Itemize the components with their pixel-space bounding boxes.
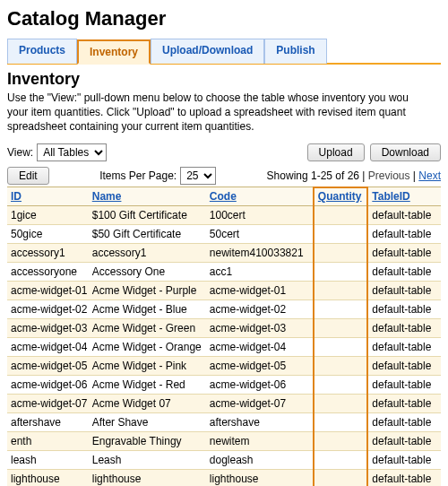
cell-name: Acme Widget - Pink xyxy=(89,356,206,375)
cell-code: acme-widget-02 xyxy=(206,299,314,318)
col-header-name[interactable]: Name xyxy=(92,190,122,203)
inventory-table: ID Name Code Quantity TableID 1gice$100 … xyxy=(7,187,441,486)
cell-code: acme-widget-04 xyxy=(206,337,314,356)
items-per-page-label: Items Per Page: xyxy=(99,169,177,182)
col-header-id[interactable]: ID xyxy=(11,190,22,203)
cell-tid: default-table xyxy=(368,337,441,356)
cell-qty xyxy=(314,450,369,469)
tab-upload-download[interactable]: Upload/Download xyxy=(151,39,264,64)
cell-qty xyxy=(314,356,369,375)
table-row[interactable]: acme-widget-05Acme Widget - Pinkacme-wid… xyxy=(7,356,441,375)
cell-id: acme-widget-02 xyxy=(7,299,89,318)
cell-qty xyxy=(314,299,369,318)
view-select[interactable]: All Tables xyxy=(37,143,107,161)
table-row[interactable]: acme-widget-02Acme Widget - Blueacme-wid… xyxy=(7,299,441,318)
cell-tid: default-table xyxy=(368,375,441,394)
previous-link: Previous xyxy=(368,169,410,182)
cell-id: acme-widget-01 xyxy=(7,281,89,299)
cell-tid: default-table xyxy=(368,469,441,486)
cell-id: leash xyxy=(7,450,89,469)
cell-id: acme-widget-05 xyxy=(7,356,89,375)
showing-text: Showing 1-25 of 26 | xyxy=(267,169,368,182)
cell-name: Acme Widget 07 xyxy=(89,394,206,412)
cell-qty xyxy=(314,281,369,299)
cell-name: Acme Widget - Blue xyxy=(89,299,206,318)
col-header-code[interactable]: Code xyxy=(210,190,237,203)
cell-code: newitem xyxy=(206,431,314,450)
cell-tid: default-table xyxy=(368,412,441,431)
cell-tid: default-table xyxy=(368,394,441,412)
cell-qty xyxy=(314,394,369,412)
table-row[interactable]: acme-widget-03Acme Widget - Greenacme-wi… xyxy=(7,318,441,337)
upload-button[interactable]: Upload xyxy=(307,143,365,161)
table-row[interactable]: 50gice$50 Gift Certificate50certdefault-… xyxy=(7,224,441,243)
cell-code: 100cert xyxy=(206,205,314,224)
next-link[interactable]: Next xyxy=(418,169,441,182)
intro-text: Use the "View:" pull-down menu below to … xyxy=(7,91,441,135)
cell-name: Acme Widget - Green xyxy=(89,318,206,337)
cell-name: Acme Widget - Red xyxy=(89,375,206,394)
tab-products[interactable]: Products xyxy=(7,39,77,64)
cell-name: lighthouse xyxy=(89,469,206,486)
cell-name: Accessory One xyxy=(89,262,206,281)
cell-tid: default-table xyxy=(368,299,441,318)
cell-code: acc1 xyxy=(206,262,314,281)
cell-id: acme-widget-06 xyxy=(7,375,89,394)
cell-code: acme-widget-06 xyxy=(206,375,314,394)
table-row[interactable]: acme-widget-04Acme Widget - Orangeacme-w… xyxy=(7,337,441,356)
cell-code: newitem410033821 xyxy=(206,243,314,262)
table-row[interactable]: accessoryoneAccessory Oneacc1default-tab… xyxy=(7,262,441,281)
cell-tid: default-table xyxy=(368,356,441,375)
cell-tid: default-table xyxy=(368,281,441,299)
cell-qty xyxy=(314,337,369,356)
table-row[interactable]: 1gice$100 Gift Certificate100certdefault… xyxy=(7,205,441,224)
cell-name: After Shave xyxy=(89,412,206,431)
table-row[interactable]: acme-widget-01Acme Widget - Purpleacme-w… xyxy=(7,281,441,299)
col-header-tableid[interactable]: TableID xyxy=(372,190,409,203)
cell-code: acme-widget-01 xyxy=(206,281,314,299)
cell-code: acme-widget-07 xyxy=(206,394,314,412)
cell-tid: default-table xyxy=(368,224,441,243)
cell-id: 50gice xyxy=(7,224,89,243)
cell-tid: default-table xyxy=(368,205,441,224)
table-row[interactable]: acme-widget-06Acme Widget - Redacme-widg… xyxy=(7,375,441,394)
section-title: Inventory xyxy=(7,70,441,89)
cell-id: acme-widget-07 xyxy=(7,394,89,412)
cell-name: $100 Gift Certificate xyxy=(89,205,206,224)
table-row[interactable]: leashLeashdogleashdefault-table xyxy=(7,450,441,469)
cell-name: Acme Widget - Orange xyxy=(89,337,206,356)
cell-id: lighthouse xyxy=(7,469,89,486)
tab-publish[interactable]: Publish xyxy=(264,39,326,64)
cell-tid: default-table xyxy=(368,431,441,450)
view-label: View: xyxy=(7,146,33,159)
cell-name: Leash xyxy=(89,450,206,469)
table-row[interactable]: aftershaveAfter Shaveaftershavedefault-t… xyxy=(7,412,441,431)
tab-inventory[interactable]: Inventory xyxy=(77,39,151,65)
col-header-quantity[interactable]: Quantity xyxy=(318,190,362,203)
cell-qty xyxy=(314,224,369,243)
cell-name: Engravable Thingy xyxy=(89,431,206,450)
cell-tid: default-table xyxy=(368,318,441,337)
cell-qty xyxy=(314,205,369,224)
pager-sep: | xyxy=(410,169,419,182)
cell-qty xyxy=(314,243,369,262)
cell-tid: default-table xyxy=(368,243,441,262)
edit-button[interactable]: Edit xyxy=(7,167,49,185)
cell-id: acme-widget-03 xyxy=(7,318,89,337)
download-button[interactable]: Download xyxy=(370,143,441,161)
cell-name: Acme Widget - Purple xyxy=(89,281,206,299)
cell-code: 50cert xyxy=(206,224,314,243)
cell-id: acme-widget-04 xyxy=(7,337,89,356)
table-row[interactable]: enthEngravable Thingynewitemdefault-tabl… xyxy=(7,431,441,450)
table-row[interactable]: accessory1accessory1newitem410033821defa… xyxy=(7,243,441,262)
items-per-page-select[interactable]: 25 xyxy=(180,167,216,185)
cell-qty xyxy=(314,262,369,281)
cell-tid: default-table xyxy=(368,450,441,469)
tab-bar: Products Inventory Upload/Download Publi… xyxy=(7,38,441,65)
table-row[interactable]: lighthouselighthouselighthousedefault-ta… xyxy=(7,469,441,486)
table-row[interactable]: acme-widget-07Acme Widget 07acme-widget-… xyxy=(7,394,441,412)
cell-code: lighthouse xyxy=(206,469,314,486)
cell-code: aftershave xyxy=(206,412,314,431)
cell-qty xyxy=(314,375,369,394)
cell-qty xyxy=(314,318,369,337)
